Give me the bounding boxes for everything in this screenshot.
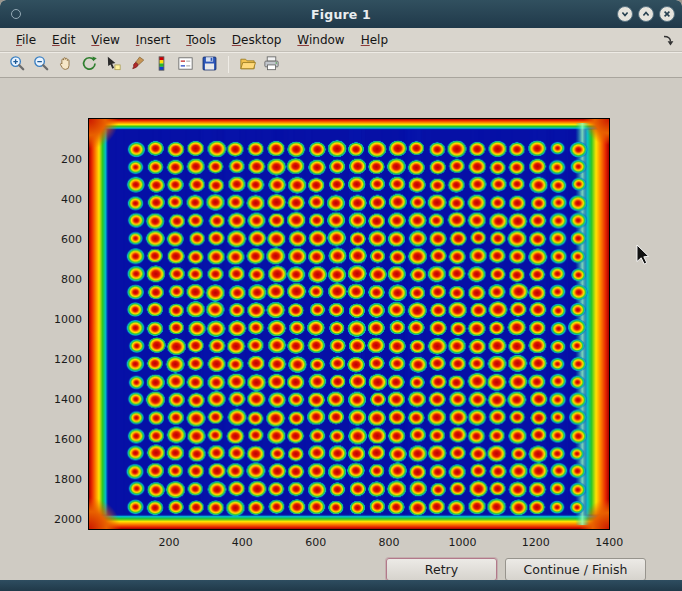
minimize-button[interactable] [617, 6, 633, 22]
x-tick-label: 1200 [522, 536, 550, 549]
window-controls [617, 6, 675, 22]
x-tick-label: 1400 [595, 536, 623, 549]
continue-finish-button[interactable]: Continue / Finish [505, 558, 646, 581]
legend-icon [176, 54, 195, 76]
menu-bar: FileEditViewInsertToolsDesktopWindowHelp [0, 28, 682, 52]
menu-edit[interactable]: Edit [44, 30, 83, 50]
save-icon [200, 54, 219, 76]
window-title: Figure 1 [0, 7, 682, 22]
y-tick-label: 2000 [36, 513, 82, 526]
legend-button[interactable] [174, 54, 197, 76]
x-tick-label: 400 [232, 536, 253, 549]
menu-window[interactable]: Window [289, 30, 352, 50]
open-icon [238, 54, 257, 76]
x-tick-label: 1000 [448, 536, 476, 549]
figure-content: Retry Continue / Finish 2004006008001000… [0, 78, 682, 580]
x-tick-label: 200 [158, 536, 179, 549]
x-tick-label: 600 [305, 536, 326, 549]
menu-view[interactable]: View [83, 30, 127, 50]
figure-window: Figure 1 FileEditViewInsertToolsDesktopW… [0, 0, 682, 591]
y-tick-label: 800 [36, 273, 82, 286]
y-tick-label: 1000 [36, 313, 82, 326]
zoom-out-button[interactable] [30, 54, 53, 76]
y-tick-label: 200 [36, 153, 82, 166]
window-bottom-border [0, 580, 682, 591]
brush-button[interactable] [126, 54, 149, 76]
chevron-up-icon [641, 9, 651, 19]
maximize-button[interactable] [638, 6, 654, 22]
zoom-out-icon [32, 54, 51, 76]
print-button[interactable] [260, 54, 283, 76]
chevron-down-icon [620, 9, 630, 19]
menu-insert[interactable]: Insert [128, 30, 178, 50]
y-tick-label: 1600 [36, 433, 82, 446]
dock-arrow-icon [662, 34, 675, 47]
data-cursor-icon [104, 54, 123, 76]
y-tick-label: 600 [36, 233, 82, 246]
figure-plot[interactable] [88, 118, 610, 530]
open-button[interactable] [236, 54, 259, 76]
data-cursor-button[interactable] [102, 54, 125, 76]
colorbar-button[interactable] [150, 54, 173, 76]
mouse-cursor [636, 244, 650, 265]
menu-file[interactable]: File [8, 30, 44, 50]
pan-icon [56, 54, 75, 76]
pan-button[interactable] [54, 54, 77, 76]
y-tick-label: 1200 [36, 353, 82, 366]
brush-icon [128, 54, 147, 76]
retry-button[interactable]: Retry [386, 558, 497, 581]
toolbar [0, 52, 682, 78]
dock-figure-button[interactable] [659, 31, 677, 49]
y-tick-label: 1800 [36, 473, 82, 486]
window-titlebar[interactable]: Figure 1 [0, 0, 682, 28]
close-button[interactable] [659, 6, 675, 22]
menu-help[interactable]: Help [353, 30, 396, 50]
rotate-3d-button[interactable] [78, 54, 101, 76]
close-icon [662, 9, 672, 19]
save-button[interactable] [198, 54, 221, 76]
x-tick-label: 800 [379, 536, 400, 549]
colorbar-icon [152, 54, 171, 76]
zoom-in-icon [8, 54, 27, 76]
y-tick-label: 1400 [36, 393, 82, 406]
toolbar-separator [228, 56, 229, 73]
print-icon [262, 54, 281, 76]
menu-tools[interactable]: Tools [178, 30, 224, 50]
zoom-in-button[interactable] [6, 54, 29, 76]
y-tick-label: 400 [36, 193, 82, 206]
rotate-3d-icon [80, 54, 99, 76]
menu-desktop[interactable]: Desktop [224, 30, 290, 50]
